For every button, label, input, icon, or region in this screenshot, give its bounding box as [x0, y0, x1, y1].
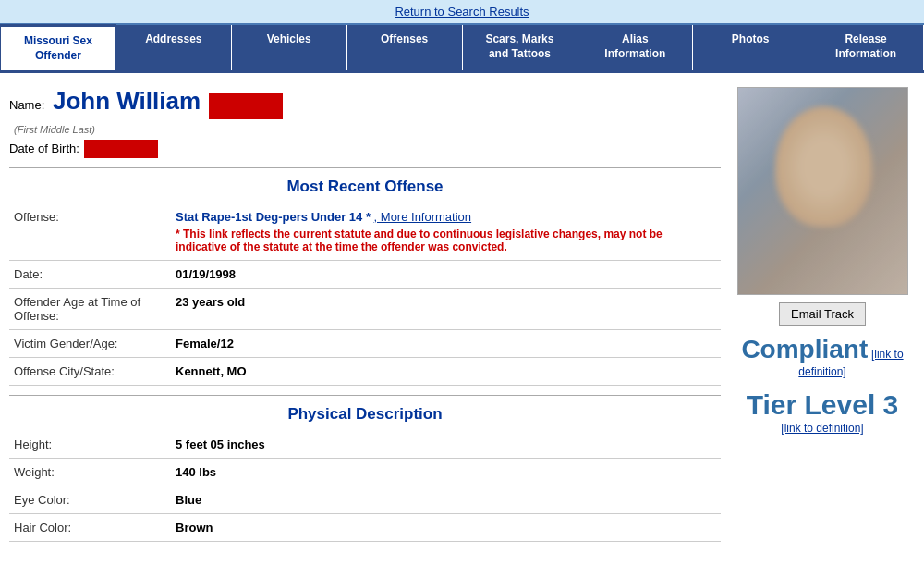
tier-link-def[interactable]: [link to definition] [781, 422, 863, 435]
tab-offenses[interactable]: Offenses [347, 25, 463, 70]
height-label: Height: [9, 431, 171, 459]
tab-scars-marks-tattoos[interactable]: Scars, Marksand Tattoos [463, 25, 578, 70]
name-value: John William [53, 87, 201, 115]
tier-section: Tier Level 3 [link to definition] [747, 389, 899, 435]
dob-row: Date of Birth: [9, 140, 721, 158]
offender-details: Name: John William (First Middle Last) D… [9, 87, 721, 542]
weight-value: 140 lbs [171, 458, 721, 486]
offense-statute-link[interactable]: Stat Rape-1st Deg-pers Under 14 * [176, 210, 371, 224]
offense-table: Offense: Stat Rape-1st Deg-pers Under 14… [9, 203, 721, 386]
tab-photos[interactable]: Photos [693, 25, 808, 70]
offense-row: Offense: Stat Rape-1st Deg-pers Under 14… [9, 203, 721, 261]
eye-label: Eye Color: [9, 486, 171, 513]
nav-tabs: Missouri SexOffender Addresses Vehicles … [0, 25, 924, 73]
most-recent-offense-title: Most Recent Offense [9, 178, 721, 196]
height-row: Height: 5 feet 05 inches [9, 431, 721, 459]
tab-vehicles[interactable]: Vehicles [232, 25, 347, 70]
victim-row: Victim Gender/Age: Female/12 [9, 329, 721, 357]
name-label: Name: [9, 98, 44, 112]
dob-redacted-block [84, 140, 158, 158]
offense-label: Offense: [9, 203, 171, 261]
main-content: Name: John William (First Middle Last) D… [0, 73, 924, 556]
victim-label: Victim Gender/Age: [9, 329, 171, 357]
tab-missouri-sex-offender[interactable]: Missouri SexOffender [0, 24, 116, 70]
return-to-search-banner[interactable]: Return to Search Results [0, 0, 924, 25]
physical-description-title: Physical Description [9, 405, 721, 424]
victim-value: Female/12 [171, 329, 721, 357]
offense-warning: * This link reflects the current statute… [176, 228, 716, 253]
age-label: Offender Age at Time ofOffense: [9, 288, 171, 329]
offense-value: Stat Rape-1st Deg-pers Under 14 * , More… [171, 203, 721, 261]
compliant-section: Compliant [link to definition] [730, 335, 915, 378]
city-label: Offense City/State: [9, 357, 171, 385]
tier-label: Tier Level 3 [747, 389, 899, 421]
date-value: 01/19/1998 [171, 260, 721, 288]
offender-photo [737, 87, 908, 295]
height-value: 5 feet 05 inches [171, 431, 721, 459]
dob-label: Date of Birth: [9, 141, 79, 155]
name-section: Name: John William [9, 87, 721, 119]
city-row: Offense City/State: Kennett, MO [9, 357, 721, 385]
more-info-link[interactable]: , More Information [374, 210, 472, 224]
hair-label: Hair Color: [9, 513, 171, 541]
weight-label: Weight: [9, 458, 171, 486]
divider-2 [9, 395, 721, 396]
weight-row: Weight: 140 lbs [9, 458, 721, 486]
name-redacted-block [209, 93, 283, 119]
eye-row: Eye Color: Blue [9, 486, 721, 513]
physical-table: Height: 5 feet 05 inches Weight: 140 lbs… [9, 431, 721, 542]
date-label: Date: [9, 260, 171, 288]
offender-sidebar: Email Track Compliant [link to definitio… [730, 87, 915, 542]
city-value: Kennett, MO [171, 357, 721, 385]
tab-alias-information[interactable]: AliasInformation [578, 25, 693, 70]
hair-value: Brown [171, 513, 721, 541]
eye-value: Blue [171, 486, 721, 513]
divider-1 [9, 167, 721, 168]
compliant-label: Compliant [741, 335, 868, 363]
age-row: Offender Age at Time ofOffense: 23 years… [9, 288, 721, 329]
date-row: Date: 01/19/1998 [9, 260, 721, 288]
tab-addresses[interactable]: Addresses [116, 25, 232, 70]
name-format-hint: (First Middle Last) [14, 124, 721, 135]
age-value: 23 years old [171, 288, 721, 329]
hair-row: Hair Color: Brown [9, 513, 721, 541]
tab-release-information[interactable]: ReleaseInformation [808, 25, 924, 70]
email-track-button[interactable]: Email Track [779, 302, 866, 326]
